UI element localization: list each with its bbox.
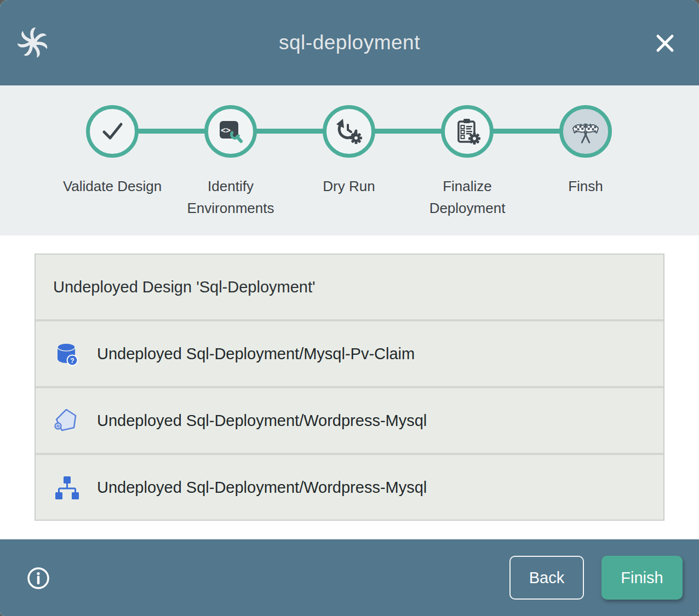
step-circle-validate-design xyxy=(86,105,139,158)
checkered-flags-icon xyxy=(571,117,600,146)
step-dry-run: Dry Run xyxy=(290,85,408,219)
deployment-wizard-modal: sql-deployment Validate Design xyxy=(0,0,699,616)
step-identify-environments: <> Identify Environments xyxy=(171,85,290,219)
modal-footer: Back Finish xyxy=(0,539,699,616)
step-label: Validate Design xyxy=(63,175,162,197)
database-icon: ? xyxy=(53,341,79,367)
close-icon xyxy=(654,32,676,54)
step-label: Finalize Deployment xyxy=(412,175,522,219)
step-circle-finish xyxy=(559,105,612,158)
code-window-wrench-icon: <> xyxy=(216,117,245,146)
close-button[interactable] xyxy=(653,31,677,55)
status-row-wordpress-mysql-tree: Undeployed Sql-Deployment/Wordpress-Mysq… xyxy=(36,453,663,520)
deployment-status-panel: Undeployed Design 'Sql-Deployment' ? Und… xyxy=(35,254,664,521)
step-label: Finsh xyxy=(568,175,603,197)
finish-button[interactable]: Finish xyxy=(601,556,683,600)
info-button[interactable] xyxy=(26,566,50,590)
pod-icon xyxy=(53,407,79,434)
step-circle-dry-run xyxy=(323,105,375,158)
svg-text:<>: <> xyxy=(221,125,231,135)
back-button[interactable]: Back xyxy=(509,556,584,600)
svg-text:?: ? xyxy=(70,357,74,365)
step-circle-finalize-deployment xyxy=(441,105,494,158)
status-row-mysql-pv-claim: ? Undeployed Sql-Deployment/Mysql-Pv-Cla… xyxy=(36,319,663,386)
tree-icon xyxy=(53,474,79,500)
status-row-design: Undeployed Design 'Sql-Deployment' xyxy=(36,255,663,319)
status-text: Undeployed Sql-Deployment/Wordpress-Mysq… xyxy=(97,479,427,497)
modal-title: sql-deployment xyxy=(0,31,699,54)
history-gear-icon xyxy=(335,117,363,146)
status-text: Undeployed Sql-Deployment/Mysql-Pv-Claim xyxy=(97,345,415,363)
step-circle-identify-environments: <> xyxy=(204,105,257,158)
status-text: Undeployed Sql-Deployment/Wordpress-Mysq… xyxy=(97,412,427,430)
info-icon xyxy=(26,566,50,590)
check-icon xyxy=(98,117,127,146)
results-area: Undeployed Design 'Sql-Deployment' ? Und… xyxy=(0,235,699,539)
step-label: Dry Run xyxy=(323,175,375,197)
step-finalize-deployment: Finalize Deployment xyxy=(408,85,526,219)
step-finish: Finsh xyxy=(526,85,645,219)
step-label: Identify Environments xyxy=(176,175,285,219)
modal-header: sql-deployment xyxy=(0,0,699,85)
step-validate-design: Validate Design xyxy=(53,85,171,219)
clipboard-gear-icon xyxy=(453,117,482,146)
status-row-wordpress-mysql-pod: Undeployed Sql-Deployment/Wordpress-Mysq… xyxy=(36,386,663,453)
status-text: Undeployed Design 'Sql-Deployment' xyxy=(53,278,316,296)
stepper: Validate Design <> Identify Environments xyxy=(0,85,699,235)
